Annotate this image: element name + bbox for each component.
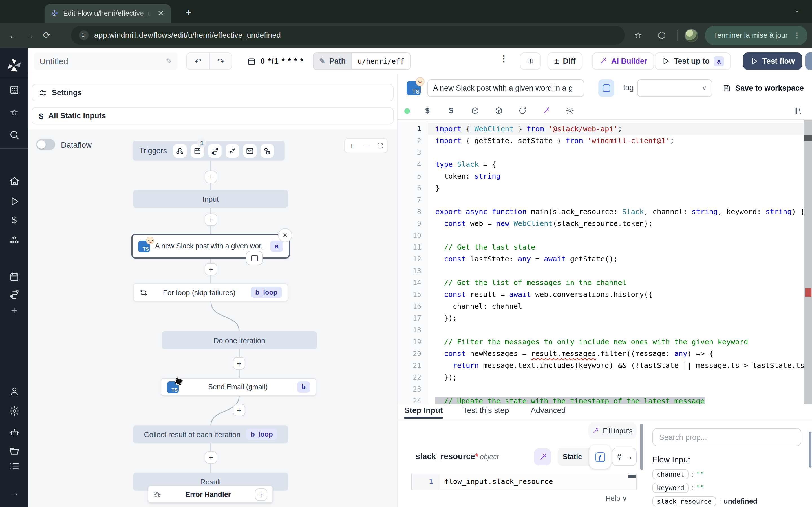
tab-advanced[interactable]: Advanced [530, 406, 566, 414]
ai-builder-button[interactable]: AI Builder [592, 52, 654, 70]
prop-chip[interactable]: keyword [652, 483, 689, 493]
code-line[interactable]: token: string [428, 170, 804, 182]
do-one-iteration-node[interactable]: Do one iteration [162, 331, 317, 349]
code-line[interactable]: channel: channel [428, 300, 804, 312]
forward-icon[interactable]: → [21, 30, 38, 40]
code-editor[interactable]: 123456789101112131415161718192021222324 … [398, 120, 812, 404]
reload-icon[interactable] [517, 105, 527, 115]
runs-play-icon[interactable] [8, 195, 20, 207]
browser-menu-kebab-icon[interactable]: ⋮ [794, 31, 801, 40]
variables-dollar-icon[interactable]: $ [8, 214, 20, 226]
resources-cubes-icon[interactable] [8, 234, 20, 247]
panel-scrollbar[interactable] [640, 420, 644, 507]
zoom-in-button[interactable]: + [345, 138, 359, 153]
tag-select[interactable]: ∨ [637, 79, 712, 97]
test-flow-button[interactable]: Test flow [743, 52, 802, 70]
workers-robot-icon[interactable] [8, 426, 20, 438]
code-line[interactable]: // Filter the messages to only include n… [428, 336, 804, 348]
code-line[interactable] [428, 194, 804, 206]
package-icon[interactable] [470, 105, 480, 115]
code-line[interactable] [428, 265, 804, 277]
websocket-trigger-icon[interactable] [225, 144, 239, 158]
fill-inputs-button[interactable]: Fill inputs [588, 422, 637, 439]
site-settings-icon[interactable]: ⚞ [79, 31, 89, 40]
user-icon[interactable] [8, 385, 20, 397]
fit-view-button[interactable] [373, 138, 388, 153]
editor-code-area[interactable]: import { WebClient } from '@slack/web-ap… [428, 120, 804, 404]
code-line[interactable]: const lastState: any = await getState(); [428, 253, 804, 265]
help-link[interactable]: Help ∨ [606, 494, 627, 503]
code-line[interactable]: }); [428, 371, 804, 383]
workspace-icon[interactable] [8, 83, 20, 96]
add-plus-icon[interactable]: + [8, 305, 20, 317]
insert-step-button[interactable]: + [233, 357, 245, 370]
routes-icon[interactable] [8, 287, 20, 300]
path-chip[interactable]: ✎Path u/henri/eff [313, 52, 410, 70]
expand-sidebar-arrow-icon[interactable]: → [8, 487, 20, 499]
insert-step-button[interactable]: + [205, 171, 217, 183]
step-a-node[interactable]: TS A new Slack post with a given wor... … [132, 234, 290, 259]
package-icon[interactable] [493, 105, 504, 115]
flow-input-node[interactable]: Input [133, 190, 288, 208]
code-line[interactable]: import { WebClient } from '@slack/web-ap… [428, 123, 804, 135]
resource-dollar-icon[interactable]: $ [446, 105, 456, 115]
audit-logs-icon[interactable] [8, 460, 20, 472]
test-up-to-button[interactable]: Test up to a [655, 52, 731, 70]
ai-wand-icon[interactable] [541, 105, 551, 115]
code-line[interactable]: import { getState, setState } from 'wind… [428, 135, 804, 147]
step-module-action-button[interactable] [246, 251, 263, 265]
insert-step-button[interactable]: + [233, 404, 245, 416]
tab-close-icon[interactable]: ✕ [156, 9, 165, 17]
editor-settings-gear-icon[interactable] [564, 105, 574, 115]
tab-step-input[interactable]: Step Input [404, 406, 443, 418]
triggers-bar[interactable]: Triggers 1 [133, 141, 285, 161]
add-error-handler-button[interactable]: + [255, 488, 267, 501]
prop-chip[interactable]: channel [652, 469, 689, 480]
code-line[interactable]: // Get the last state [428, 241, 804, 253]
code-line[interactable] [428, 229, 804, 241]
code-line[interactable]: // Get the list of messages in the chann… [428, 277, 804, 288]
tab-test-this-step[interactable]: Test this step [463, 406, 509, 414]
search-icon[interactable] [8, 128, 20, 141]
code-line[interactable]: } [428, 182, 804, 194]
tab-search-chevron-icon[interactable]: ⌄ [794, 6, 800, 14]
insert-step-button[interactable]: + [205, 451, 217, 464]
code-line[interactable]: }); [428, 312, 804, 324]
favorites-star-icon[interactable]: ☆ [8, 106, 20, 118]
input-expression-editor[interactable]: 1 flow_input.slack_resource [411, 474, 637, 490]
code-line[interactable] [428, 383, 804, 395]
static-javascript-toggle[interactable]: Static f [558, 448, 604, 466]
editor-scrollbar[interactable] [804, 120, 812, 404]
windmill-logo[interactable] [7, 58, 21, 73]
browser-update-button[interactable]: Terminer la mise à jour ⋮ [705, 25, 808, 45]
browser-tab[interactable]: Edit Flow u/henri/effective_un ✕ [45, 4, 171, 22]
javascript-expression-option[interactable]: f [589, 445, 611, 469]
code-line[interactable]: return message.text.includes(keyword) &&… [428, 359, 804, 371]
diff-button[interactable]: ± Diff [548, 52, 582, 70]
collect-result-node[interactable]: Collect result of each iteration b_loop [133, 425, 288, 443]
webhook-trigger-icon[interactable] [173, 144, 187, 158]
schedules-calendar-icon[interactable] [8, 270, 20, 283]
code-line[interactable]: const newMessages = result.messages.filt… [428, 348, 804, 359]
save-to-workspace-button[interactable]: Save to workspace [722, 79, 804, 97]
scrollbar-thumb[interactable] [804, 135, 812, 142]
url-bar[interactable]: ⚞ app.windmill.dev/flows/edit/u/henri/ef… [71, 26, 625, 45]
variable-dollar-icon[interactable]: $ [422, 105, 433, 115]
schedule-cron[interactable]: 0 */1 * * * * [247, 52, 304, 70]
settings-gear-icon[interactable] [8, 404, 20, 417]
all-static-inputs-button[interactable]: $ All Static Inputs [32, 107, 394, 124]
connect-input-button[interactable]: → [612, 448, 637, 466]
code-line[interactable]: export async function main(slack_resourc… [428, 206, 804, 217]
new-tab-button[interactable]: + [181, 5, 196, 21]
code-line[interactable]: const result = await web.conversations.h… [428, 288, 804, 300]
extensions-icon[interactable]: ⬡ [653, 30, 670, 41]
code-line[interactable] [428, 147, 804, 158]
insert-step-button[interactable]: + [205, 263, 217, 276]
redo-button[interactable]: ↷ [209, 53, 232, 69]
code-line[interactable] [428, 324, 804, 336]
forloop-node[interactable]: For loop (skip failures) b_loop [133, 283, 288, 301]
undo-button[interactable]: ↶ [187, 53, 209, 69]
prop-chip[interactable]: slack_resource [652, 496, 716, 506]
more-options-kebab-icon[interactable]: ⋮ [500, 54, 508, 64]
back-icon[interactable]: ← [4, 30, 21, 40]
